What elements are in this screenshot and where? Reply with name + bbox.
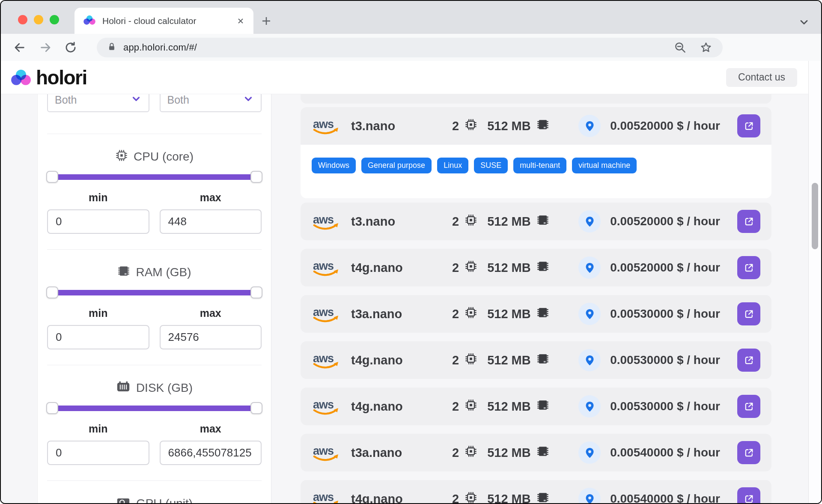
instance-row[interactable]: aws t4g.nano 2 512 MB xyxy=(301,249,771,286)
app-header: holori Contact us xyxy=(1,61,821,94)
browser-tab[interactable]: Holori - cloud calculator xyxy=(74,8,253,34)
open-external-button[interactable] xyxy=(737,395,760,418)
location-pin-icon[interactable] xyxy=(578,441,601,464)
divider xyxy=(47,249,262,250)
location-pin-icon[interactable] xyxy=(578,395,601,418)
location-pin-icon[interactable] xyxy=(578,210,601,233)
svg-text:aws: aws xyxy=(313,491,334,504)
instance-row[interactable]: aws t4g.nano 2 512 MB xyxy=(301,480,771,504)
slider-handle-max[interactable] xyxy=(250,402,262,414)
instance-name: t3.nano xyxy=(351,119,429,133)
filter-dropdown-1[interactable]: Both xyxy=(47,94,149,112)
instance-name: t4g.nano xyxy=(351,400,429,414)
row-right: 0.00520000 $ / hour xyxy=(578,210,760,233)
divider xyxy=(47,134,262,134)
tag[interactable]: Windows xyxy=(312,158,356,173)
instance-row[interactable]: aws t3.nano 2 512 MB xyxy=(301,203,771,240)
tab-close-icon[interactable] xyxy=(236,17,245,25)
url-text: app.holori.com/#/ xyxy=(123,42,661,53)
instance-card: aws t3a.nano 2 512 MB xyxy=(301,434,771,471)
slider-handle-min[interactable] xyxy=(46,171,58,183)
dropdown-value: Both xyxy=(167,94,243,106)
open-external-button[interactable] xyxy=(737,441,760,464)
slider-handle-max[interactable] xyxy=(250,286,262,298)
tag[interactable]: General purpose xyxy=(361,158,432,173)
max-input[interactable] xyxy=(160,325,262,349)
gpu-icon xyxy=(116,496,131,504)
tab-search-chevron-icon[interactable] xyxy=(798,16,810,28)
zoom-out-icon[interactable] xyxy=(674,41,687,54)
slider-handle-min[interactable] xyxy=(46,402,58,414)
cpu-count: 2 xyxy=(452,215,459,229)
forward-icon[interactable] xyxy=(39,41,52,54)
svg-text:aws: aws xyxy=(313,398,334,411)
contact-us-button[interactable]: Contact us xyxy=(726,68,797,87)
instance-card: aws t3.nano 2 512 MB xyxy=(301,107,771,198)
row-right: 0.00540000 $ / hour xyxy=(578,487,760,504)
instance-row[interactable]: aws t4g.nano 2 512 MB xyxy=(301,341,771,379)
ram-icon xyxy=(536,399,549,415)
svg-text:aws: aws xyxy=(313,118,334,131)
minimize-window-button[interactable] xyxy=(34,15,43,24)
instance-row[interactable]: aws t3.nano 2 512 MB xyxy=(301,107,771,145)
price: 0.00530000 $ / hour xyxy=(610,307,720,321)
price: 0.00520000 $ / hour xyxy=(610,119,720,133)
instance-row[interactable]: aws t3a.nano 2 512 MB xyxy=(301,434,771,471)
cpu-count: 2 xyxy=(452,446,459,460)
reload-icon[interactable] xyxy=(64,41,77,54)
row-right: 0.00540000 $ / hour xyxy=(578,441,760,464)
ram-icon xyxy=(536,306,549,322)
close-window-button[interactable] xyxy=(18,15,27,24)
open-external-button[interactable] xyxy=(737,210,760,233)
instance-row[interactable]: aws t3a.nano 2 512 MB xyxy=(301,295,771,333)
location-pin-icon[interactable] xyxy=(578,256,601,279)
location-pin-icon[interactable] xyxy=(578,488,601,504)
range-inputs xyxy=(47,441,262,465)
filter-section: CPU (core) min max xyxy=(47,149,262,250)
range-slider[interactable] xyxy=(47,286,262,298)
min-input[interactable] xyxy=(47,441,149,465)
tag[interactable]: Linux xyxy=(437,158,468,173)
tag[interactable]: SUSE xyxy=(474,158,508,173)
slider-handle-min[interactable] xyxy=(46,286,58,298)
bookmark-star-icon[interactable] xyxy=(700,41,712,54)
min-input[interactable] xyxy=(47,209,149,234)
new-tab-icon[interactable] xyxy=(260,15,272,27)
back-icon[interactable] xyxy=(13,41,27,54)
svg-text:aws: aws xyxy=(313,259,334,272)
minmax-labels: min max xyxy=(47,191,262,204)
range-slider[interactable] xyxy=(47,402,262,414)
open-external-button[interactable] xyxy=(737,487,760,504)
range-slider[interactable] xyxy=(47,171,262,183)
open-external-button[interactable] xyxy=(737,114,760,137)
divider xyxy=(47,365,262,365)
max-input[interactable] xyxy=(160,209,262,234)
location-pin-icon[interactable] xyxy=(578,349,601,371)
max-input[interactable] xyxy=(160,441,262,465)
scrollbar-thumb[interactable] xyxy=(812,183,818,249)
svg-text:aws: aws xyxy=(313,213,334,226)
cpu-count: 2 xyxy=(452,119,459,133)
open-external-button[interactable] xyxy=(737,256,760,279)
ram-value: 512 MB xyxy=(487,353,531,367)
tag[interactable]: virtual machine xyxy=(572,158,637,173)
holori-logo[interactable]: holori xyxy=(10,66,87,89)
open-external-button[interactable] xyxy=(737,349,760,372)
cpu-count: 2 xyxy=(452,261,459,275)
list-item-partial[interactable] xyxy=(301,94,771,104)
min-input[interactable] xyxy=(47,325,149,349)
location-pin-icon[interactable] xyxy=(578,115,601,137)
slider-handle-max[interactable] xyxy=(250,171,262,183)
tag[interactable]: multi-tenant xyxy=(513,158,566,173)
location-pin-icon[interactable] xyxy=(578,303,601,325)
instance-card: aws t4g.nano 2 512 MB xyxy=(301,480,771,504)
aws-logo: aws xyxy=(312,351,340,369)
instance-specs: 2 512 MB xyxy=(452,399,549,415)
aws-logo: aws xyxy=(312,305,340,323)
filter-dropdown-2[interactable]: Both xyxy=(160,94,262,112)
aws-logo: aws xyxy=(312,117,340,135)
open-external-button[interactable] xyxy=(737,302,760,325)
address-bar[interactable]: app.holori.com/#/ xyxy=(97,38,723,57)
zoom-window-button[interactable] xyxy=(50,15,59,24)
instance-row[interactable]: aws t4g.nano 2 512 MB xyxy=(301,388,771,425)
